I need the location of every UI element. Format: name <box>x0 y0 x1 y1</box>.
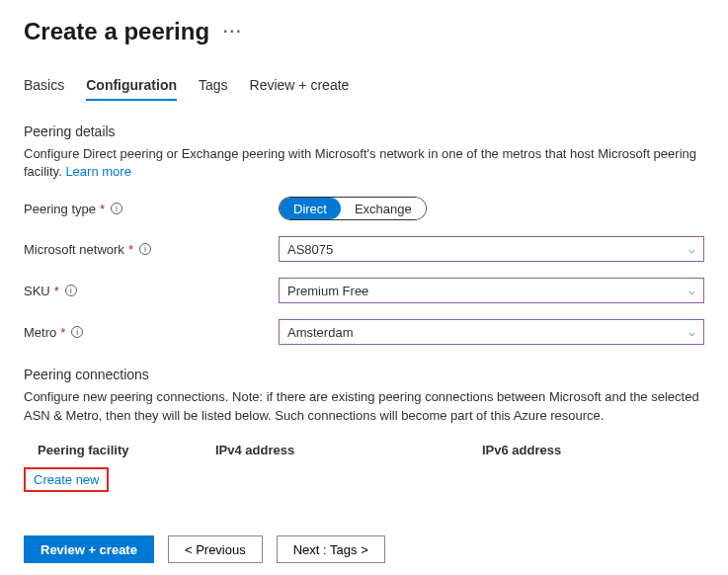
required-indicator: * <box>100 202 105 216</box>
row-metro: Metro * i Amsterdam ⌵ <box>24 319 704 345</box>
info-icon[interactable]: i <box>139 243 151 255</box>
tab-bar: Basics Configuration Tags Review + creat… <box>24 77 704 102</box>
row-microsoft-network: Microsoft network * i AS8075 ⌵ <box>24 236 704 262</box>
next-button[interactable]: Next : Tags > <box>277 535 385 563</box>
required-indicator: * <box>128 242 133 257</box>
peering-type-direct[interactable]: Direct <box>280 198 341 219</box>
chevron-down-icon: ⌵ <box>688 243 695 256</box>
row-peering-type: Peering type * i Direct Exchange <box>24 197 704 220</box>
info-icon[interactable]: i <box>65 285 77 296</box>
tab-configuration[interactable]: Configuration <box>86 77 177 101</box>
label-metro: Metro * i <box>24 325 279 340</box>
label-peering-type: Peering type * i <box>24 202 279 216</box>
sku-value: Premium Free <box>287 284 368 298</box>
row-sku: SKU * i Premium Free ⌵ <box>24 278 704 303</box>
peering-details-heading: Peering details <box>24 123 704 139</box>
microsoft-network-value: AS8075 <box>287 242 333 257</box>
label-sku: SKU * i <box>24 284 279 298</box>
previous-button[interactable]: < Previous <box>168 535 263 563</box>
create-new-link[interactable]: Create new <box>24 467 109 492</box>
tab-tags[interactable]: Tags <box>199 77 228 101</box>
peering-connections-description: Configure new peering connections. Note:… <box>24 388 704 424</box>
info-icon[interactable]: i <box>111 203 122 214</box>
required-indicator: * <box>60 325 65 340</box>
info-icon[interactable]: i <box>71 326 83 338</box>
metro-value: Amsterdam <box>287 325 353 340</box>
peering-type-exchange[interactable]: Exchange <box>341 198 426 219</box>
col-peering-facility: Peering facility <box>38 443 215 457</box>
col-ipv6-address: IPv6 address <box>482 443 680 457</box>
required-indicator: * <box>54 284 59 298</box>
peering-details-description: Configure Direct peering or Exchange pee… <box>24 145 704 181</box>
more-actions-icon[interactable]: ··· <box>223 23 242 41</box>
metro-select[interactable]: Amsterdam ⌵ <box>279 319 704 345</box>
peering-connections-heading: Peering connections <box>24 367 704 382</box>
chevron-down-icon: ⌵ <box>688 326 695 339</box>
sku-select[interactable]: Premium Free ⌵ <box>279 278 704 303</box>
review-create-button[interactable]: Review + create <box>24 535 154 563</box>
tab-review-create[interactable]: Review + create <box>250 77 350 101</box>
tab-basics[interactable]: Basics <box>24 77 64 101</box>
page-title-text: Create a peering <box>24 18 209 45</box>
microsoft-network-select[interactable]: AS8075 ⌵ <box>279 236 704 262</box>
chevron-down-icon: ⌵ <box>688 285 695 297</box>
peering-type-toggle[interactable]: Direct Exchange <box>279 197 427 220</box>
page-title: Create a peering ··· <box>24 18 704 45</box>
learn-more-link[interactable]: Learn more <box>65 164 130 179</box>
connections-table-header: Peering facility IPv4 address IPv6 addre… <box>24 443 704 457</box>
col-ipv4-address: IPv4 address <box>215 443 482 457</box>
label-microsoft-network: Microsoft network * i <box>24 242 279 257</box>
footer-actions: Review + create < Previous Next : Tags > <box>24 535 385 563</box>
